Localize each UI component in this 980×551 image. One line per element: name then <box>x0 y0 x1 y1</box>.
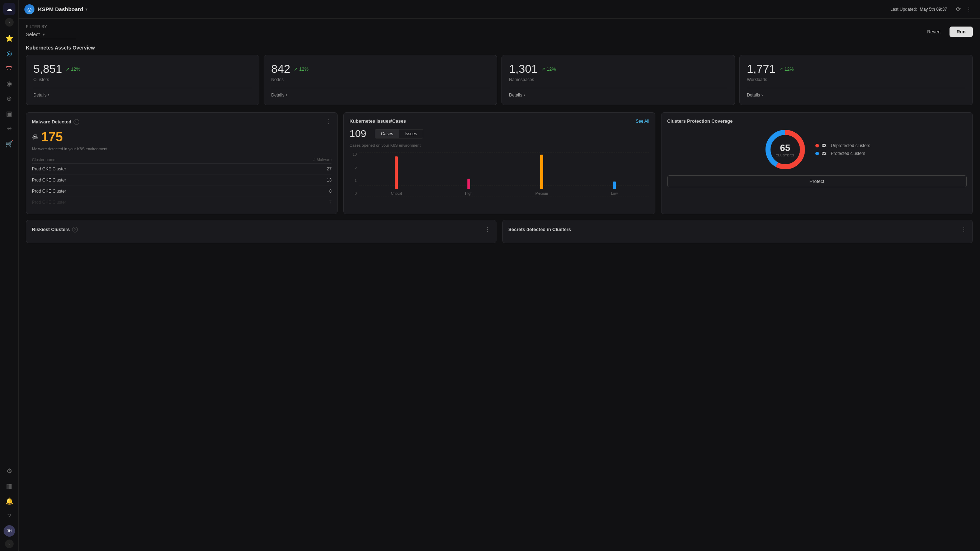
grid-line-0 <box>360 197 649 197</box>
main-area: ◎ KSPM Dashboard ▾ Last Updated: May 5th… <box>19 0 980 551</box>
malware-col-cluster: Cluster name <box>32 156 228 164</box>
unprotected-label: Unprotected clusters <box>831 143 870 148</box>
sidebar-item-eye[interactable]: ◉ <box>3 77 16 90</box>
topbar: ◎ KSPM Dashboard ▾ Last Updated: May 5th… <box>19 0 980 19</box>
filter-select-dropdown[interactable]: Select ▾ <box>26 30 76 39</box>
k8s-tabs: Cases Issues <box>375 129 423 139</box>
malware-description: Malware detected in your K8S environment <box>32 147 331 151</box>
legend-unprotected: 32 Unprotected clusters <box>815 143 870 148</box>
asset-card-namespaces: 1,301 ↗ 12% Namespaces Details › <box>501 55 735 105</box>
namespaces-pct: ↗ 12% <box>541 66 556 72</box>
more-options-button[interactable]: ⋮ <box>964 4 974 15</box>
sidebar-item-asterisk[interactable]: ✳ <box>3 122 16 135</box>
refresh-button[interactable]: ⟳ <box>953 4 964 15</box>
k8s-title: Kubernetes Issues\Cases <box>349 118 406 124</box>
malware-col-count: # Malware <box>228 156 331 164</box>
malware-count-row: ☠ 175 <box>32 129 331 145</box>
donut-chart: 65 CLUSTERS <box>764 128 807 171</box>
run-button[interactable]: Run <box>950 27 973 37</box>
secrets-panel: Secrets detected in Clusters ⋮ <box>502 220 973 243</box>
revert-button[interactable]: Revert <box>923 27 945 37</box>
chart-bars: Critical High Medium Low <box>360 153 649 196</box>
namespaces-details-link[interactable]: Details › <box>509 92 727 97</box>
bar-high-label: High <box>465 191 473 196</box>
namespaces-label: Namespaces <box>509 77 727 82</box>
last-updated-meta: Last Updated: May 5th 09:37 <box>890 7 947 12</box>
riskiest-help-icon[interactable]: ? <box>72 227 78 233</box>
sidebar-item-grid[interactable]: ▣ <box>3 107 16 120</box>
malware-skull-icon: ☠ <box>32 133 38 141</box>
bar-critical: Critical <box>391 156 402 196</box>
sidebar-expand-toggle[interactable]: › <box>5 540 14 548</box>
bar-high-rect <box>468 178 470 189</box>
see-all-link[interactable]: See All <box>636 119 649 124</box>
table-row: Prod GKE Cluster 7 <box>32 197 331 208</box>
filter-left: Filter by Select ▾ <box>26 24 76 39</box>
cluster-count: 13 <box>228 175 331 186</box>
sidebar-item-shield[interactable]: 🛡 <box>3 62 16 75</box>
malware-panel-header: Malware Detected ? ⋮ <box>32 118 331 125</box>
asset-card-workloads: 1,771 ↗ 12% Workloads Details › <box>739 55 973 105</box>
riskiest-menu-button[interactable]: ⋮ <box>485 226 490 233</box>
clusters-details-link[interactable]: Details › <box>33 92 252 97</box>
sidebar-item-cart[interactable]: 🛒 <box>3 137 16 150</box>
assets-overview-title: Kubernetes Assets Overview <box>26 45 973 51</box>
bar-medium: Medium <box>535 154 548 196</box>
sidebar-item-apps[interactable]: ▦ <box>3 479 16 492</box>
secrets-menu-button[interactable]: ⋮ <box>961 226 967 233</box>
filter-select-value: Select <box>26 32 40 37</box>
bar-medium-label: Medium <box>535 191 548 196</box>
donut-sub: CLUSTERS <box>776 153 795 157</box>
cluster-name: Prod GKE Cluster <box>32 175 228 186</box>
filter-actions: Revert Run <box>923 27 973 37</box>
bar-critical-label: Critical <box>391 191 402 196</box>
sidebar-item-help[interactable]: ? <box>3 510 16 523</box>
title-chevron-icon[interactable]: ▾ <box>85 7 88 12</box>
nodes-pct: ↗ 12% <box>294 66 309 72</box>
asset-card-clusters: 5,851 ↗ 12% Clusters Details › <box>26 55 259 105</box>
sidebar-collapse-toggle[interactable]: › <box>5 18 14 27</box>
malware-help-icon[interactable]: ? <box>73 119 79 125</box>
unprotected-count: 32 <box>822 143 826 148</box>
sidebar-item-settings[interactable]: ⚙ <box>3 465 16 478</box>
nodes-details-link[interactable]: Details › <box>271 92 490 97</box>
chart-yaxis: 10 5 1 0 <box>349 153 356 196</box>
workloads-details-link[interactable]: Details › <box>747 92 965 97</box>
tab-cases[interactable]: Cases <box>375 129 399 138</box>
asset-card-nodes: 842 ↗ 12% Nodes Details › <box>264 55 497 105</box>
sidebar-item-cloud[interactable]: ◎ <box>3 47 16 60</box>
k8s-issues-panel: Kubernetes Issues\Cases See All 109 Case… <box>343 112 655 214</box>
riskiest-title: Riskiest Clusters <box>32 227 70 232</box>
donut-number: 65 <box>776 142 795 153</box>
cluster-name: Prod GKE Cluster <box>32 186 228 197</box>
sidebar-item-notifications[interactable]: 🔔 <box>3 495 16 508</box>
cluster-name: Prod GKE Cluster <box>32 197 228 208</box>
table-row: Prod GKE Cluster 27 <box>32 164 331 175</box>
sidebar-item-plus[interactable]: ⊕ <box>3 92 16 105</box>
riskiest-clusters-panel: Riskiest Clusters ? ⋮ <box>26 220 496 243</box>
clusters-pct: ↗ 12% <box>66 66 80 72</box>
bar-high: High <box>465 178 473 196</box>
k8s-count-row: 109 Cases Issues <box>349 128 649 140</box>
unprotected-dot <box>815 144 819 147</box>
sidebar-item-star[interactable]: ⭐ <box>3 32 16 45</box>
protection-legend: 32 Unprotected clusters 23 Protected clu… <box>815 143 870 156</box>
workloads-value: 1,771 <box>747 62 776 76</box>
k8s-chart: 10 5 1 0 Critical High <box>349 153 649 203</box>
k8s-panel-header: Kubernetes Issues\Cases See All <box>349 118 649 124</box>
workloads-pct: ↗ 12% <box>779 66 794 72</box>
malware-panel: Malware Detected ? ⋮ ☠ 175 Malware detec… <box>26 112 337 214</box>
user-avatar[interactable]: JH <box>3 525 15 537</box>
filter-bar: Filter by Select ▾ Revert Run <box>26 24 973 39</box>
bar-low-label: Low <box>611 191 618 196</box>
clusters-value: 5,851 <box>33 62 62 76</box>
protect-button[interactable]: Protect <box>667 175 967 187</box>
secrets-title: Secrets detected in Clusters <box>508 227 571 232</box>
riskiest-header: Riskiest Clusters ? ⋮ <box>32 226 490 233</box>
clusters-label: Clusters <box>33 77 252 82</box>
tab-issues[interactable]: Issues <box>399 129 423 138</box>
legend-protected: 23 Protected clusters <box>815 151 870 156</box>
malware-menu-button[interactable]: ⋮ <box>326 118 331 125</box>
protection-panel: Clusters Protection Coverage <box>661 112 973 214</box>
malware-table: Cluster name # Malware Prod GKE Cluster … <box>32 156 331 208</box>
